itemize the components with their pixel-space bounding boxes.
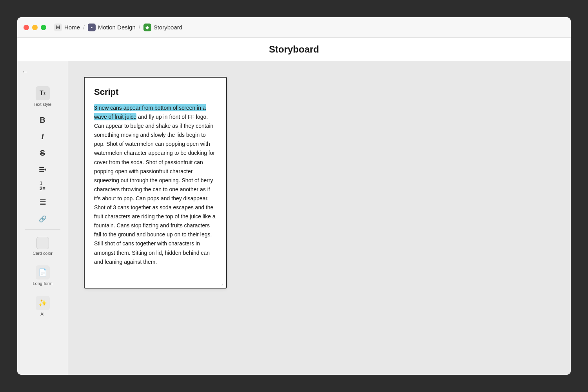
motion-label: Motion Design [98,24,136,31]
home-label: Home [64,24,80,31]
resize-handle[interactable]: ⌟ [219,281,225,286]
sidebar-item-long-form[interactable]: 📄 Long-form [20,261,65,290]
storyboard-icon: ◆ [143,24,151,31]
bold-button[interactable]: B [20,113,65,127]
italic-button[interactable]: I [20,129,65,144]
link-icon: 🔗 [39,215,47,223]
script-body-text: and fly up in front of FF logo. Can appe… [94,114,216,265]
breadcrumb: M Home / ▪ Motion Design / ◆ Storyboard [54,24,182,31]
canvas-area[interactable]: Script 3 new cans appear from bottom of … [68,61,571,375]
script-card-title: Script [94,87,217,97]
unordered-list-icon: ☰• [39,166,47,173]
back-button[interactable]: ← [17,66,68,78]
ordered-list-button[interactable]: 12≡ [20,178,65,193]
breadcrumb-motion[interactable]: ▪ Motion Design [88,24,136,31]
sidebar-divider-1 [25,229,60,230]
unordered-list-button[interactable]: ☰• [20,162,65,177]
ordered-list-icon: 12≡ [40,181,45,191]
card-color-label: Card color [33,251,53,256]
page-title-bar: Storyboard [17,38,571,61]
bold-icon: B [40,116,45,125]
sidebar-item-ai[interactable]: ✨ AI [20,292,65,321]
script-card[interactable]: Script 3 new cans appear from bottom of … [84,77,227,289]
breadcrumb-home[interactable]: M Home [54,24,80,31]
close-button[interactable] [24,25,29,30]
traffic-lights [24,25,46,30]
sidebar: ← T2 Text style B I S ☰• [17,61,68,375]
storyboard-label: Storyboard [154,24,182,31]
home-icon: M [54,24,62,31]
ai-icon: ✨ [36,296,50,310]
script-body[interactable]: 3 new cans appear from bottom of screen … [94,103,217,267]
ai-label: AI [40,312,44,317]
maximize-button[interactable] [41,25,46,30]
minimize-button[interactable] [32,25,38,30]
back-icon: ← [22,68,28,75]
strikethrough-button[interactable]: S [20,145,65,160]
main-content: ← T2 Text style B I S ☰• [17,61,571,375]
strikethrough-icon: S [40,149,45,158]
link-button[interactable]: 🔗 [20,211,65,226]
page-title: Storyboard [269,44,319,55]
breadcrumb-storyboard[interactable]: ◆ Storyboard [143,24,182,31]
text-style-label: Text style [34,102,52,107]
motion-icon: ▪ [88,24,96,31]
align-button[interactable]: ☰ [20,195,65,210]
sidebar-item-card-color[interactable]: Card color [20,233,65,260]
sidebar-item-text-style[interactable]: T2 Text style [20,82,65,111]
long-form-icon: 📄 [36,265,50,279]
card-color-swatch[interactable] [36,237,49,249]
align-icon: ☰ [40,198,46,207]
separator-2: / [139,24,140,31]
long-form-label: Long-form [33,281,52,286]
italic-icon: I [42,132,44,141]
text-style-icon: T2 [36,86,50,100]
separator-1: / [83,24,85,31]
app-window: M Home / ▪ Motion Design / ◆ Storyboard … [17,17,571,375]
titlebar: M Home / ▪ Motion Design / ◆ Storyboard [17,17,571,38]
